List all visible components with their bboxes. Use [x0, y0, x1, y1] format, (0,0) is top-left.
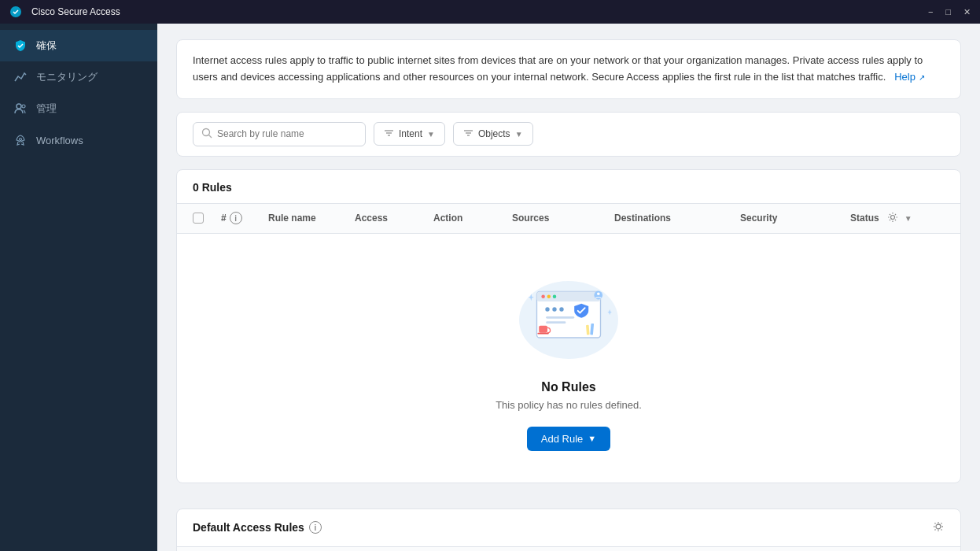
col-actions: [913, 212, 945, 225]
svg-rect-15: [537, 291, 601, 301]
filters-bar: Intent ▼ Objects ▼: [176, 112, 961, 157]
svg-point-20: [552, 307, 556, 311]
svg-point-30: [936, 524, 941, 529]
maximize-button[interactable]: □: [945, 7, 951, 17]
add-rule-button[interactable]: Add Rule ▼: [527, 427, 610, 451]
description-box: Internet access rules apply to traffic t…: [176, 39, 961, 99]
svg-point-4: [203, 128, 210, 135]
rules-table-header: # i Rule name Access Action Sources: [177, 203, 960, 234]
main-content: Internet access rules apply to traffic t…: [157, 24, 980, 551]
select-all-checkbox[interactable]: [193, 213, 204, 224]
col-checkbox: [193, 212, 221, 225]
default-rules-title: Default Access Rules: [193, 521, 304, 534]
empty-illustration: [498, 265, 639, 368]
users-icon: [13, 101, 28, 116]
svg-point-17: [547, 294, 551, 298]
svg-point-18: [553, 294, 557, 298]
rules-count: 0 Rules: [193, 181, 945, 203]
col-access: Access: [355, 212, 433, 225]
chart-icon: [13, 69, 28, 85]
empty-title: No Rules: [541, 380, 595, 394]
objects-chevron-icon: ▼: [515, 130, 523, 139]
col-security: Security: [740, 212, 850, 225]
svg-rect-26: [539, 325, 547, 332]
page-content: Internet access rules apply to traffic t…: [157, 24, 980, 551]
col-destinations: Destinations: [614, 212, 740, 225]
window-controls[interactable]: − □ ✕: [928, 7, 971, 17]
rocket-icon: [13, 132, 28, 148]
default-rules-section: Default Access Rules i Rule name: [176, 508, 961, 551]
search-field[interactable]: [193, 122, 366, 146]
gear-settings-icon[interactable]: [932, 520, 945, 535]
minimize-button[interactable]: −: [928, 7, 933, 17]
filter-icon: [384, 128, 394, 140]
titlebar: Cisco Secure Access − □ ✕: [0, 0, 980, 24]
sidebar-item-manage[interactable]: 管理: [0, 93, 157, 124]
default-table-header: Rule name Action Sources Destinations Se…: [177, 547, 960, 551]
svg-point-3: [20, 139, 22, 141]
sidebar-item-secure[interactable]: 確保: [0, 30, 157, 61]
app-title: Cisco Secure Access: [31, 6, 120, 17]
svg-point-16: [541, 294, 545, 298]
default-rules-header: Default Access Rules i: [177, 509, 960, 547]
sidebar-item-secure-label: 確保: [36, 39, 57, 53]
svg-point-25: [597, 292, 600, 295]
rules-section: 0 Rules # i Rule name Access: [176, 169, 961, 483]
titlebar-left: Cisco Secure Access: [9, 6, 120, 18]
svg-point-19: [545, 307, 549, 311]
default-rules-info-icon: i: [309, 521, 322, 534]
app-layout: 確保 モニタリング 管理: [0, 24, 980, 551]
description-text: Internet access rules apply to traffic t…: [193, 54, 923, 83]
empty-state: No Rules This policy has no rules define…: [177, 234, 960, 483]
sidebar-item-manage-label: 管理: [36, 102, 57, 116]
svg-rect-27: [537, 332, 548, 334]
svg-rect-22: [546, 316, 574, 319]
help-link[interactable]: Help ↗: [892, 71, 925, 83]
objects-filter-icon: [463, 128, 473, 140]
sidebar-item-workflows[interactable]: Workflows: [0, 124, 157, 156]
svg-point-2: [22, 105, 25, 108]
chevron-down-icon: ▼: [427, 130, 435, 139]
col-number: # i: [221, 212, 268, 225]
svg-point-1: [17, 104, 21, 109]
chevron-down-icon: ▼: [588, 434, 596, 443]
rules-header: 0 Rules: [177, 170, 960, 203]
shield-icon: [13, 38, 28, 54]
external-link-icon: ↗: [919, 73, 925, 82]
app-logo: [9, 6, 25, 18]
col-rule-name: Rule name: [268, 212, 355, 225]
sidebar-item-monitoring[interactable]: モニタリング: [0, 61, 157, 93]
svg-line-5: [209, 135, 212, 138]
settings-icon[interactable]: [887, 212, 898, 225]
intent-dropdown[interactable]: Intent ▼: [374, 122, 445, 146]
sidebar-item-monitoring-label: モニタリング: [36, 70, 98, 84]
number-info-icon: i: [230, 212, 242, 224]
intent-label: Intent: [399, 128, 422, 139]
col-sources: Sources: [512, 212, 614, 225]
search-input[interactable]: [217, 128, 357, 139]
col-action: Action: [433, 212, 512, 225]
search-icon: [201, 128, 212, 141]
sidebar: 確保 モニタリング 管理: [0, 24, 157, 551]
chevron-status-icon: ▼: [904, 214, 912, 223]
svg-point-21: [559, 307, 563, 311]
sidebar-item-workflows-label: Workflows: [36, 135, 83, 146]
col-status: Status ▼: [850, 212, 913, 225]
svg-point-12: [890, 215, 894, 219]
close-button[interactable]: ✕: [963, 7, 971, 17]
svg-rect-23: [546, 321, 566, 324]
objects-dropdown[interactable]: Objects ▼: [453, 122, 533, 146]
objects-label: Objects: [478, 128, 510, 139]
empty-subtitle: This policy has no rules defined.: [496, 399, 642, 411]
